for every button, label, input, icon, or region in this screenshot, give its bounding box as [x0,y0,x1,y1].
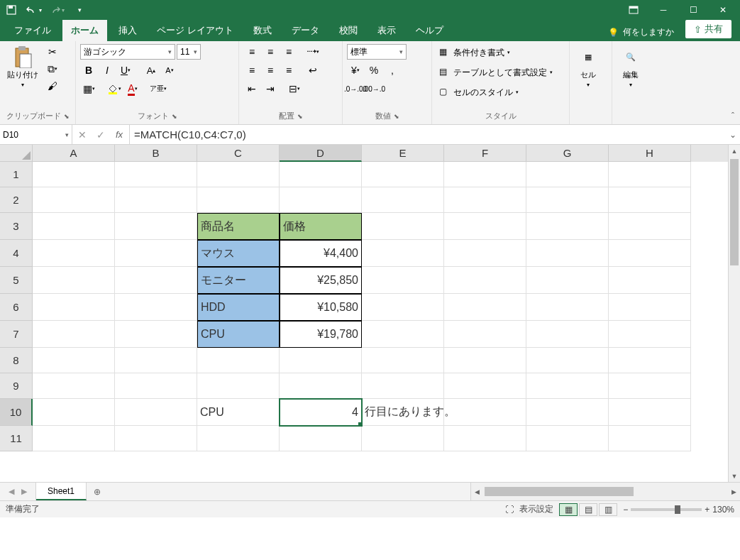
cell-H4[interactable] [609,240,691,267]
cell-E5[interactable] [362,267,444,294]
normal-view-icon[interactable]: ▦ [559,503,578,516]
tab-next-icon[interactable]: ▶ [18,486,30,498]
cell-A5[interactable] [33,267,115,294]
align-bottom-icon[interactable]: ≡ [280,44,297,60]
cell-C4[interactable]: マウス [197,240,280,267]
col-header-E[interactable]: E [362,145,444,162]
scroll-right-icon[interactable]: ▶ [728,485,740,498]
cell-F11[interactable] [444,426,526,451]
cell-C8[interactable] [197,348,280,373]
format-painter-icon[interactable]: 🖌 [44,78,61,94]
decrease-indent-icon[interactable]: ⇤ [243,81,260,97]
copy-icon[interactable]: ⧉▾ [44,61,61,77]
col-header-H[interactable]: H [609,145,691,162]
cut-icon[interactable]: ✂ [44,44,61,60]
cancel-formula-icon[interactable]: ✕ [75,128,89,142]
editing-button[interactable]: 🔍 編集 ▾ [617,44,645,89]
cell-A3[interactable] [33,213,115,240]
font-color-icon[interactable]: A▾ [124,81,141,97]
cell-H6[interactable] [609,294,691,321]
sheet-tab-sheet1[interactable]: Sheet1 [36,483,87,500]
cell-F3[interactable] [444,213,526,240]
cell-B2[interactable] [115,187,197,213]
cell-D7[interactable]: ¥19,780 [280,321,362,348]
cell-E7[interactable] [362,321,444,348]
cell-B11[interactable] [115,426,197,451]
cell-B9[interactable] [115,373,197,399]
cell-D11[interactable] [280,426,362,451]
row-header-8[interactable]: 8 [0,348,33,373]
save-icon[interactable] [3,1,20,18]
cell-C7[interactable]: CPU [197,321,280,348]
cell-G5[interactable] [526,267,609,294]
cell-H8[interactable] [609,348,691,373]
cell-F8[interactable] [444,348,526,373]
cell-F6[interactable] [444,294,526,321]
qat-customize-icon[interactable]: ▾ [71,1,88,18]
tab-view[interactable]: 表示 [369,20,404,41]
row-header-7[interactable]: 7 [0,321,33,348]
select-all-button[interactable] [0,145,33,162]
cell-B10[interactable] [115,399,197,426]
scroll-left-icon[interactable]: ◀ [471,485,483,498]
vertical-scrollbar[interactable]: ▲ ▼ [728,145,740,482]
cell-G4[interactable] [526,240,609,267]
share-button[interactable]: ⇧ 共有 [685,20,731,38]
format-table-button[interactable]: ▤テーブルとして書式設定▾ [436,64,556,81]
enter-formula-icon[interactable]: ✓ [94,128,108,142]
cell-H5[interactable] [609,267,691,294]
orientation-icon[interactable]: ⭬▾ [304,44,321,60]
tell-me[interactable]: 💡 何をしますか [602,23,680,41]
cell-B7[interactable] [115,321,197,348]
cell-H1[interactable] [609,162,691,187]
comma-icon[interactable]: , [384,62,401,78]
page-break-view-icon[interactable]: ▥ [599,503,617,516]
underline-button[interactable]: U▾ [117,62,134,78]
zoom-level[interactable]: 130% [712,505,734,515]
cell-H2[interactable] [609,187,691,213]
cell-C11[interactable] [197,426,280,451]
conditional-format-button[interactable]: ▦条件付き書式▾ [436,44,513,61]
scroll-down-icon[interactable]: ▼ [729,470,740,482]
cell-F1[interactable] [444,162,526,187]
cell-A8[interactable] [33,348,115,373]
cell-A9[interactable] [33,373,115,399]
cell-A1[interactable] [33,162,115,187]
row-header-6[interactable]: 6 [0,294,33,321]
phonetic-icon[interactable]: ア亜▾ [150,81,167,97]
percent-icon[interactable]: % [365,62,382,78]
cell-B1[interactable] [115,162,197,187]
dialog-launcher-icon[interactable]: ⬊ [297,113,303,120]
cell-E3[interactable] [362,213,444,240]
cell-F10[interactable] [444,399,526,426]
font-name-select[interactable]: 游ゴシック [80,44,175,60]
new-sheet-button[interactable]: ⊕ [87,483,108,500]
number-format-select[interactable]: 標準 [347,44,407,60]
align-left-icon[interactable]: ≡ [243,62,260,78]
italic-button[interactable]: I [99,62,116,78]
bold-button[interactable]: B [80,62,97,78]
col-header-A[interactable]: A [33,145,115,162]
redo-icon[interactable]: ▾ [48,1,65,18]
col-header-C[interactable]: C [197,145,280,162]
cell-C6[interactable]: HDD [197,294,280,321]
name-box[interactable]: D10 [0,125,72,144]
col-header-G[interactable]: G [526,145,609,162]
cell-A4[interactable] [33,240,115,267]
col-header-B[interactable]: B [115,145,197,162]
cell-B8[interactable] [115,348,197,373]
page-layout-view-icon[interactable]: ▤ [579,503,597,516]
maximize-button[interactable]: ☐ [679,0,707,20]
tab-layout[interactable]: ページ レイアウト [148,20,242,41]
cell-B6[interactable] [115,294,197,321]
currency-icon[interactable]: ¥▾ [347,62,364,78]
cell-F9[interactable] [444,373,526,399]
borders-icon[interactable]: ▦▾ [80,81,97,97]
close-button[interactable]: ✕ [709,0,737,20]
cell-G8[interactable] [526,348,609,373]
cell-F7[interactable] [444,321,526,348]
cell-D6[interactable]: ¥10,580 [280,294,362,321]
row-header-11[interactable]: 11 [0,426,33,451]
zoom-in-icon[interactable]: + [705,505,709,515]
cell-F5[interactable] [444,267,526,294]
